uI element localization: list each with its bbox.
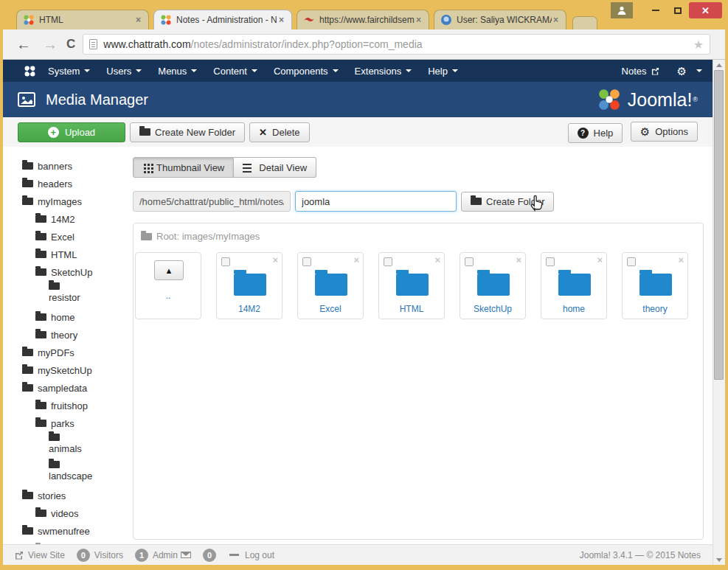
forward-button-icon[interactable]: → [43, 37, 58, 52]
new-folder-name-input[interactable] [295, 191, 457, 212]
joomla-brand: Joomla!® [597, 87, 698, 112]
chevron-down-icon [333, 69, 339, 72]
visitors-status: 0 Visitors [72, 549, 123, 562]
tree-item-home[interactable]: home [22, 308, 130, 326]
folder-icon[interactable] [396, 274, 429, 296]
folder-icon[interactable] [639, 274, 672, 296]
tree-item-landscape[interactable]: landscape [22, 459, 130, 487]
browser-tab-html[interactable]: HTML × [16, 10, 149, 29]
scroll-up-icon[interactable] [713, 60, 725, 70]
nav-item-content[interactable]: Content [213, 66, 257, 77]
delete-folder-icon[interactable]: × [597, 254, 603, 265]
folder-icon [22, 527, 33, 535]
browser-tab-notes-admin[interactable]: Notes - Administration - N × [153, 10, 292, 29]
help-button[interactable]: ?Help [568, 123, 623, 143]
tree-item-14m2[interactable]: 14M2 [22, 210, 130, 228]
browser-tab-user[interactable]: User: Saliya WICKRAMASI × [434, 10, 566, 29]
tree-item-mysketchup[interactable]: mySketchUp [22, 361, 130, 379]
folder-checkbox[interactable] [221, 257, 230, 266]
logout-link[interactable]: Log out [228, 550, 274, 560]
detail-view-button[interactable]: Detail View [234, 157, 316, 178]
tree-item-myimages[interactable]: myImages [22, 192, 130, 210]
tree-item-swmenufree[interactable]: swmenufree [22, 522, 130, 540]
new-tab-button[interactable] [572, 16, 597, 29]
main-area: banners headers myImages 14M2 Excel HTML… [3, 147, 713, 544]
browser-tab-fairchild[interactable]: https://www.fairchildsemi × [297, 10, 429, 29]
tree-item-videos[interactable]: videos [22, 504, 130, 522]
folder-card-label[interactable]: theory [623, 304, 687, 314]
nav-item-extensions[interactable]: Extensions [355, 66, 412, 77]
folder-checkbox[interactable] [384, 257, 392, 266]
tree-item-sketchup[interactable]: SketchUp [22, 263, 130, 281]
close-button[interactable]: ✕ [689, 2, 722, 18]
chevron-down-icon [191, 69, 197, 72]
admin-statusbar: View Site 0 Visitors 1 Admin 0 Log out [3, 544, 713, 565]
profile-button[interactable] [611, 2, 633, 18]
tree-item-headers[interactable]: headers [22, 175, 130, 192]
nav-item-system[interactable]: System [48, 66, 90, 77]
folder-card-label[interactable]: SketchUp [460, 304, 525, 314]
folder-card-label[interactable]: 14M2 [217, 304, 282, 314]
minimize-button[interactable] [645, 2, 667, 18]
up-directory-button[interactable]: ▲ [154, 260, 184, 280]
folder-checkbox[interactable] [465, 257, 474, 266]
delete-folder-icon[interactable]: × [272, 254, 278, 265]
nav-item-help[interactable]: Help [428, 66, 458, 77]
back-button-icon[interactable]: ← [16, 37, 31, 52]
tree-item-stories[interactable]: stories [22, 487, 130, 504]
tree-item-parks[interactable]: parks [22, 414, 130, 432]
folder-checkbox[interactable] [546, 257, 555, 266]
messages-icon[interactable] [181, 552, 191, 558]
reload-button-icon[interactable]: C [66, 37, 75, 52]
tree-item-animals[interactable]: animals [22, 432, 130, 459]
delete-folder-icon[interactable]: × [434, 254, 440, 265]
tab-close-icon[interactable]: × [134, 15, 142, 25]
bookmark-star-icon[interactable]: ★ [693, 38, 704, 52]
tab-close-icon[interactable]: × [552, 15, 560, 25]
browser-scrollbar[interactable] [713, 60, 725, 565]
folder-icon[interactable] [477, 274, 510, 296]
tree-item-excel[interactable]: Excel [22, 228, 130, 246]
maximize-button[interactable] [667, 2, 689, 18]
folder-icon[interactable] [234, 274, 266, 296]
upload-button[interactable]: +Upload [18, 122, 125, 142]
delete-folder-icon[interactable]: × [678, 254, 684, 265]
tree-item-banners[interactable]: banners [22, 157, 130, 175]
folder-card-label[interactable]: Excel [298, 304, 363, 314]
view-site-link[interactable]: View Site [15, 550, 65, 560]
folder-checkbox[interactable] [627, 257, 636, 266]
options-button[interactable]: ⚙Options [631, 122, 698, 142]
folder-checkbox[interactable] [302, 257, 311, 266]
folder-card-label[interactable]: home [541, 304, 606, 314]
user-menu-button[interactable]: ⚙ [677, 66, 702, 77]
folder-icon[interactable] [315, 274, 347, 296]
tree-item-fruitshop[interactable]: fruitshop [22, 397, 130, 414]
scroll-down-icon[interactable] [713, 555, 725, 565]
tree-item-theory[interactable]: theory [22, 326, 130, 344]
folder-icon [35, 268, 46, 276]
view-site-link[interactable]: Notes [622, 66, 659, 77]
nav-item-components[interactable]: Components [274, 66, 339, 77]
nav-item-users[interactable]: Users [106, 66, 142, 77]
folder-icon [35, 251, 46, 258]
tab-close-icon[interactable]: × [415, 15, 423, 25]
thumbnail-view-button[interactable]: Thumbnail View [133, 157, 234, 178]
nav-item-menus[interactable]: Menus [158, 66, 197, 77]
folder-card-label[interactable]: HTML [379, 304, 444, 314]
delete-folder-icon[interactable]: × [353, 254, 359, 265]
delete-folder-icon[interactable]: × [516, 254, 521, 265]
address-bar[interactable]: www.chattrath.com/notes/administrator/in… [83, 34, 710, 55]
page-title: Media Manager [46, 91, 148, 108]
scrollbar-thumb[interactable] [714, 70, 724, 380]
tree-item-html[interactable]: HTML [22, 246, 130, 263]
tree-item-mypdfs[interactable]: myPDFs [22, 344, 130, 361]
tree-item-resistor[interactable]: resistor [22, 281, 130, 308]
create-new-folder-button[interactable]: Create New Folder [130, 122, 245, 142]
folder-icon[interactable] [558, 274, 591, 296]
tree-item-sampledata[interactable]: sampledata [22, 379, 130, 397]
browser-toolbar: ← → C www.chattrath.com/notes/administra… [3, 29, 725, 60]
tab-close-icon[interactable]: × [277, 15, 285, 25]
delete-button[interactable]: ✕Delete [249, 122, 309, 142]
up-directory-label[interactable]: .. [136, 291, 201, 301]
create-folder-button[interactable]: Create Folder [461, 192, 554, 212]
